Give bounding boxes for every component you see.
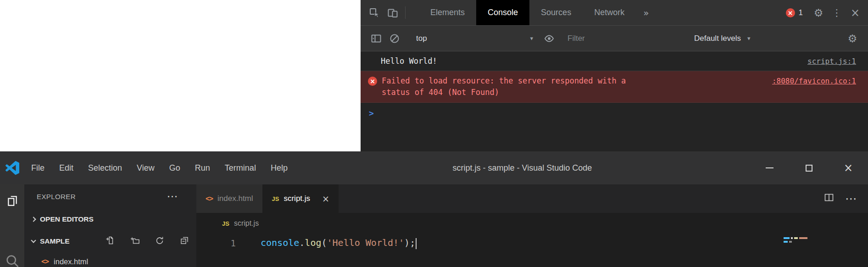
inspect-element-icon[interactable] [365, 0, 384, 25]
token-log: log [305, 237, 321, 248]
more-tabs-icon[interactable]: » [636, 0, 656, 25]
editor-more-actions-icon[interactable]: ⋯ [845, 192, 857, 206]
html-file-icon: <> [41, 257, 49, 266]
maximize-button[interactable] [789, 151, 829, 184]
editor-tab-index-html[interactable]: <> index.html [196, 184, 263, 213]
live-expression-eye-icon[interactable] [540, 33, 558, 44]
minimap-line-1 [784, 237, 807, 239]
chevron-down-icon: ▾ [530, 35, 533, 42]
error-icon: × [368, 77, 377, 86]
new-file-glyph [106, 236, 115, 245]
menu-edit[interactable]: Edit [52, 163, 81, 173]
folder-section-sample[interactable]: SAMPLE [24, 230, 196, 252]
file-item-index-html[interactable]: <> index.html [24, 252, 196, 267]
error-badge-icon: × [786, 8, 795, 17]
inspect-element-glyph [369, 7, 380, 18]
token-dot: . [299, 237, 305, 248]
explorer-more-actions-icon[interactable]: ⋯ [167, 190, 178, 203]
explorer-title: EXPLORER [37, 193, 76, 200]
menu-terminal[interactable]: Terminal [217, 163, 263, 173]
token-console: console [261, 237, 299, 248]
menu-run[interactable]: Run [188, 163, 217, 173]
explorer-actions [106, 236, 189, 247]
refresh-explorer-icon[interactable] [155, 236, 164, 247]
explorer-activity-icon[interactable] [0, 184, 24, 217]
breadcrumb[interactable]: JS script.js [196, 213, 868, 234]
context-selector-dropdown[interactable]: top ▾ [416, 34, 533, 43]
console-prompt-row[interactable]: > [361, 103, 868, 118]
minimap-mark [791, 237, 793, 239]
menu-bar: File Edit Selection View Go Run Terminal… [24, 163, 295, 173]
chevron-right-icon [31, 217, 36, 222]
split-editor-icon[interactable] [824, 193, 834, 205]
filter-input[interactable] [568, 34, 680, 43]
error-message-line1: Failed to load resource: the server resp… [382, 75, 626, 87]
file-item-label: index.html [54, 257, 88, 266]
log-levels-value: Default levels [694, 34, 741, 43]
close-tab-icon[interactable]: × [322, 194, 329, 204]
split-editor-glyph [824, 193, 834, 203]
code-text: console.log('Hello World!'); [236, 237, 417, 249]
context-selector-value: top [416, 34, 427, 43]
log-levels-dropdown[interactable]: Default levels ▾ [694, 34, 751, 43]
tab-console[interactable]: Console [476, 0, 529, 25]
minimize-button[interactable] [750, 151, 789, 184]
minimap[interactable] [781, 234, 868, 267]
close-devtools-icon[interactable]: × [846, 6, 864, 19]
kebab-menu-icon[interactable]: ⋮ [828, 7, 846, 18]
collapse-folders-icon[interactable] [180, 236, 189, 247]
vscode-titlebar: File Edit Selection View Go Run Terminal… [0, 151, 868, 184]
menu-selection[interactable]: Selection [81, 163, 129, 173]
toolbar-divider [405, 6, 406, 19]
device-toolbar-icon[interactable] [384, 0, 402, 25]
tab-sources[interactable]: Sources [529, 0, 583, 25]
new-file-icon[interactable] [106, 236, 115, 247]
chevron-down-icon [31, 238, 36, 243]
error-message-text: Failed to load resource: the server resp… [382, 75, 626, 98]
editor-group: <> index.html JS script.js × ⋯ JS [196, 184, 868, 267]
search-activity-icon[interactable] [0, 253, 24, 267]
clear-console-icon[interactable] [385, 33, 404, 44]
tab-elements[interactable]: Elements [419, 0, 476, 25]
menu-help[interactable]: Help [263, 163, 295, 173]
error-source-link[interactable]: :8080/favicon.ico:1 [763, 75, 856, 87]
code-editor[interactable]: 1 console.log('Hello World!'); [196, 234, 868, 267]
explorer-header: EXPLORER ⋯ [24, 184, 196, 208]
console-messages: Hello World! script.js:1 × Failed to loa… [361, 51, 868, 118]
devtools-tabs: Elements Console Sources Network » [419, 0, 656, 25]
minimap-mark [799, 237, 807, 239]
clear-console-glyph [389, 33, 400, 44]
code-line-1[interactable]: 1 console.log('Hello World!'); [196, 234, 868, 252]
settings-gear-icon[interactable]: ⚙ [809, 7, 828, 19]
collapse-all-glyph [180, 236, 189, 245]
vscode-window: File Edit Selection View Go Run Terminal… [0, 151, 868, 267]
minimap-mark [784, 241, 788, 243]
refresh-glyph [155, 236, 164, 245]
editor-tab-script-js[interactable]: JS script.js × [263, 184, 339, 213]
vscode-logo-icon [6, 161, 19, 175]
token-close: ); [404, 237, 415, 248]
explorer-sidebar: EXPLORER ⋯ OPEN EDITORS SAMPLE [24, 184, 196, 267]
window-title: script.js - sample - Visual Studio Code [295, 163, 750, 173]
menu-view[interactable]: View [129, 163, 162, 173]
tab-label: script.js [284, 194, 310, 203]
close-window-button[interactable]: × [829, 151, 868, 184]
console-sidebar-glyph [371, 33, 382, 44]
console-settings-gear-icon[interactable]: ⚙ [843, 33, 862, 44]
new-folder-icon[interactable] [130, 236, 139, 247]
tab-network[interactable]: Network [583, 0, 636, 25]
menu-go[interactable]: Go [162, 163, 188, 173]
console-sidebar-icon[interactable] [367, 33, 385, 44]
console-toolbar: top ▾ Default levels ▾ ⚙ [361, 26, 868, 51]
console-log-row: Hello World! script.js:1 [361, 51, 868, 71]
eye-glyph [544, 33, 555, 44]
menu-file[interactable]: File [24, 163, 52, 173]
minimap-mark [794, 237, 798, 239]
open-editors-section[interactable]: OPEN EDITORS [24, 208, 196, 230]
folder-label: SAMPLE [40, 237, 70, 245]
minimize-icon [766, 167, 773, 168]
error-count-badge[interactable]: × 1 [786, 8, 803, 17]
log-source-link[interactable]: script.js:1 [807, 57, 856, 66]
activity-bar [0, 184, 24, 267]
chevron-down-icon: ▾ [747, 35, 751, 42]
